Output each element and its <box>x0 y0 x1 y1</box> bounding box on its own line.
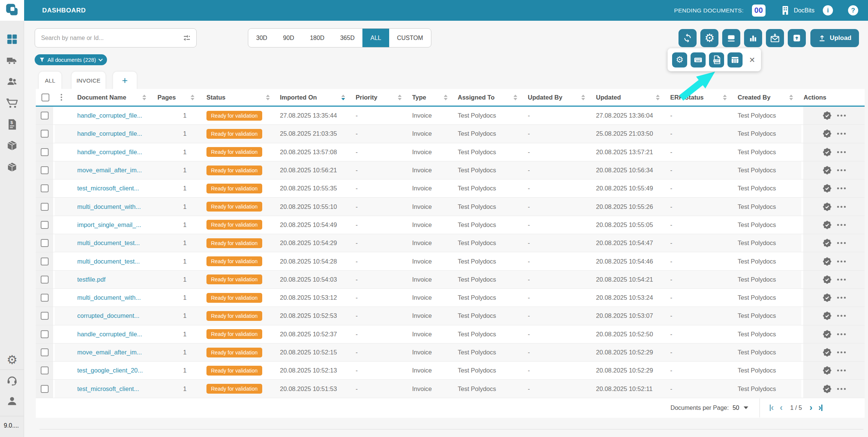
sidebar-item-shipments[interactable] <box>0 55 24 67</box>
verified-badge-icon[interactable] <box>822 275 832 284</box>
document-name-link[interactable]: handle_corrupted_file... <box>68 331 154 338</box>
row-menu-icon[interactable] <box>837 224 846 226</box>
popup-table-columns-button[interactable] <box>727 52 743 67</box>
row-checkbox[interactable] <box>41 348 49 356</box>
tab-all[interactable]: ALL <box>39 72 61 89</box>
col-updated[interactable]: Updated <box>593 89 668 106</box>
row-menu-icon[interactable] <box>837 370 846 371</box>
info-icon[interactable]: i <box>823 5 833 15</box>
export-tray-button[interactable] <box>788 29 806 47</box>
select-all-checkbox[interactable] <box>41 94 49 101</box>
row-checkbox[interactable] <box>41 148 49 156</box>
col-updated-by[interactable]: Updated By <box>526 89 593 106</box>
scan-button[interactable] <box>722 29 740 47</box>
next-page-button[interactable]: › <box>810 403 813 412</box>
verified-badge-icon[interactable] <box>822 202 832 212</box>
popup-log-button[interactable]: LOG <box>709 52 724 67</box>
col-priority[interactable]: Priority <box>353 89 410 106</box>
tab-invoice[interactable]: INVOICE <box>72 72 105 89</box>
document-name-link[interactable]: corrupted_document... <box>68 312 154 319</box>
row-checkbox[interactable] <box>41 239 49 247</box>
range-custom[interactable]: CUSTOM <box>389 29 431 47</box>
app-logo[interactable] <box>0 0 24 21</box>
verified-badge-icon[interactable] <box>822 366 832 375</box>
row-checkbox[interactable] <box>41 385 49 393</box>
col-status[interactable]: Status <box>203 89 278 106</box>
sidebar-item-dashboard[interactable] <box>0 33 24 45</box>
row-menu-icon[interactable] <box>837 206 846 208</box>
row-checkbox[interactable] <box>41 330 49 338</box>
sidebar-item-packages-alt[interactable] <box>0 161 24 173</box>
sidebar-item-packages[interactable] <box>0 140 24 152</box>
verified-badge-icon[interactable] <box>822 111 832 120</box>
statistics-button[interactable] <box>744 29 762 47</box>
sidebar-item-profile[interactable] <box>0 395 24 407</box>
document-name-link[interactable]: multi_document_with... <box>68 294 154 301</box>
sidebar-item-contacts[interactable] <box>0 76 24 88</box>
verified-badge-icon[interactable] <box>822 129 832 138</box>
col-assigned-to[interactable]: Assigned To <box>456 89 526 106</box>
sidebar-item-invoices[interactable]: $ <box>0 118 24 130</box>
range-all[interactable]: ALL <box>362 29 389 47</box>
settings-button[interactable]: ⚙ <box>700 29 718 47</box>
range-30d[interactable]: 30D <box>248 29 275 47</box>
document-name-link[interactable]: handle_corrupted_file... <box>68 149 154 156</box>
col-imported-on[interactable]: Imported On <box>278 89 353 106</box>
col-created-by[interactable]: Created By <box>735 89 801 106</box>
row-checkbox[interactable] <box>41 294 49 302</box>
sync-button[interactable] <box>679 29 697 47</box>
verified-badge-icon[interactable] <box>822 293 832 302</box>
row-menu-icon[interactable] <box>837 261 846 262</box>
mail-import-button[interactable] <box>766 29 784 47</box>
verified-badge-icon[interactable] <box>822 384 832 394</box>
document-name-link[interactable]: testfile.pdf <box>68 276 154 283</box>
pending-documents-badge[interactable]: 00 <box>752 5 766 17</box>
popup-keyboard-button[interactable] <box>691 52 706 67</box>
row-menu-icon[interactable] <box>837 115 846 117</box>
document-name-link[interactable]: multi_document_with... <box>68 203 154 210</box>
row-menu-icon[interactable] <box>837 169 846 171</box>
verified-badge-icon[interactable] <box>822 166 832 175</box>
per-page-value[interactable]: 50 <box>732 405 739 411</box>
document-name-link[interactable]: test_microsoft_client... <box>68 185 154 192</box>
sidebar-item-support[interactable] <box>0 374 24 386</box>
row-menu-icon[interactable] <box>837 315 846 317</box>
row-menu-icon[interactable] <box>837 242 846 244</box>
document-name-link[interactable]: import_single_email_... <box>68 221 154 228</box>
row-menu-icon[interactable] <box>837 279 846 281</box>
col-document-name[interactable]: Document Name <box>68 89 154 106</box>
range-180d[interactable]: 180D <box>302 29 332 47</box>
row-menu-icon[interactable] <box>837 388 846 390</box>
row-checkbox[interactable] <box>41 130 49 138</box>
document-name-link[interactable]: test_microsoft_client... <box>68 385 154 393</box>
organization-switcher[interactable]: DocBits <box>781 5 815 15</box>
verified-badge-icon[interactable] <box>822 330 832 339</box>
document-name-link[interactable]: test_google_client_20... <box>68 367 154 374</box>
row-checkbox[interactable] <box>41 112 49 120</box>
first-page-button[interactable]: ‹ <box>770 403 774 412</box>
row-checkbox[interactable] <box>41 166 49 174</box>
tune-filter-icon[interactable] <box>183 34 191 42</box>
document-name-link[interactable]: multi_document_test... <box>68 258 154 265</box>
last-page-button[interactable]: › <box>818 403 822 412</box>
row-checkbox[interactable] <box>41 221 49 229</box>
verified-badge-icon[interactable] <box>822 147 832 157</box>
popup-settings-button[interactable]: ⚙ <box>672 52 687 67</box>
row-checkbox[interactable] <box>41 312 49 320</box>
search-input[interactable] <box>41 35 183 41</box>
verified-badge-icon[interactable] <box>822 184 832 193</box>
document-name-link[interactable]: multi_document_test... <box>68 239 154 247</box>
range-365d[interactable]: 365D <box>332 29 362 47</box>
col-pages[interactable]: Pages <box>154 89 203 106</box>
popup-close-icon[interactable]: ✕ <box>749 56 755 64</box>
row-checkbox[interactable] <box>41 366 49 374</box>
upload-button[interactable]: Upload <box>810 29 859 47</box>
per-page-caret-icon[interactable] <box>744 406 748 409</box>
table-menu-kebab-icon[interactable] <box>55 94 68 101</box>
row-checkbox[interactable] <box>41 184 49 192</box>
row-checkbox[interactable] <box>41 276 49 284</box>
row-menu-icon[interactable] <box>837 151 846 153</box>
document-name-link[interactable]: handle_corrupted_file... <box>68 112 154 119</box>
verified-badge-icon[interactable] <box>822 238 832 248</box>
row-menu-icon[interactable] <box>837 133 846 135</box>
